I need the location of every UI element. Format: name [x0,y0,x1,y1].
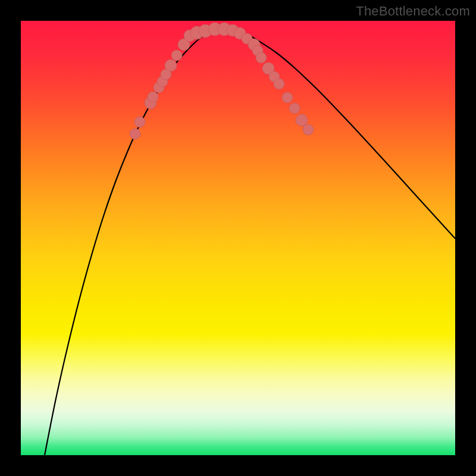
data-marker [303,124,314,135]
data-marker [134,117,145,127]
data-marker [256,52,267,63]
chart-svg [21,21,455,455]
chart-frame: TheBottleneck.com [0,0,476,476]
watermark-text: TheBottleneck.com [356,4,470,19]
data-marker [282,92,293,103]
data-marker [148,92,158,102]
data-marker [296,114,308,126]
data-marker [165,60,177,71]
data-marker [274,79,284,89]
bottleneck-curve [45,29,455,455]
data-marker [171,50,182,61]
plot-area [21,21,455,455]
data-markers [130,23,314,139]
data-marker [289,103,300,114]
data-marker [130,129,140,139]
